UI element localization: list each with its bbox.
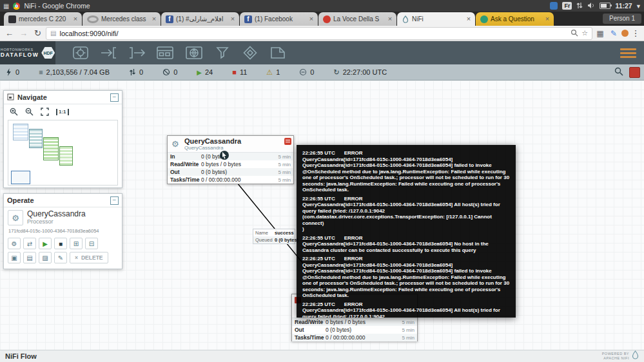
start-button[interactable]: ▶ [39, 238, 52, 249]
chrome-menu-icon[interactable]: ⋮ [630, 28, 641, 38]
stat-value: 0 bytes / 0 bytes [326, 319, 402, 325]
grid-extension-icon[interactable]: ▦ [594, 29, 606, 38]
bulletin-message: ) [302, 226, 510, 233]
connection-label[interactable]: Name success Queued 0 (0 bytes) [253, 229, 295, 244]
brush-button[interactable]: ✎ [54, 252, 67, 263]
bookmark-star-icon[interactable]: ☆ [581, 29, 588, 37]
stat-row: Read/Write 0 bytes / 0 bytes 5 min [292, 318, 417, 326]
upload-template-button[interactable]: ⊟ [85, 238, 98, 249]
birdseye-icon [7, 91, 14, 103]
fill-color-button[interactable]: ▨ [39, 252, 52, 263]
window-title: NiFi - Google Chrome [24, 2, 90, 10]
tab-close-icon[interactable]: × [307, 15, 315, 23]
tab-mercedes-class[interactable]: Mercedes class c × [83, 12, 161, 26]
remote-process-group-component-icon[interactable] [184, 45, 204, 61]
keyboard-layout-indicator[interactable]: Fr [562, 2, 572, 10]
tab-label: NiFi [412, 15, 462, 23]
tab-close-icon[interactable]: × [465, 15, 473, 23]
tab-ask-question[interactable]: Ask a Question × [476, 12, 554, 26]
address-bar[interactable]: ▤ localhost:9090/nifi/ ☆ [46, 27, 592, 40]
orange-extension-icon[interactable] [621, 30, 629, 37]
stat-row: Tasks/Time 0 / 00:00:00.000 5 min [292, 334, 417, 341]
refresh-status[interactable]: ↻ 22:27:00 UTC [333, 68, 387, 76]
funnel-component-icon[interactable] [213, 45, 231, 61]
search-icon[interactable] [614, 67, 623, 77]
paste-button[interactable]: ▤ [23, 252, 36, 263]
delete-button[interactable]: × DELETE [70, 252, 108, 263]
copy-button[interactable]: ▣ [8, 252, 21, 263]
create-template-button[interactable]: ⊞ [70, 238, 83, 249]
bulletin-indicator[interactable] [629, 67, 640, 78]
tab-label: Ask a Question [491, 15, 541, 23]
processor-name: QueryCassandra [184, 138, 291, 145]
tab-close-icon[interactable]: × [229, 15, 237, 23]
birdseye-viewport[interactable] [11, 171, 30, 184]
breadcrumb-bar: NiFi Flow POWERED BY APACHE NIFI [0, 350, 644, 362]
output-port-component-icon[interactable] [128, 45, 146, 61]
tab-facebook-hashtag[interactable]: f (1) #افلام_شارلي × [161, 12, 239, 26]
bulletin-level: ERROR [344, 150, 363, 157]
page-icon: ▤ [50, 30, 56, 37]
tab-nifi[interactable]: NiFi × [397, 12, 475, 26]
bulletin-message: QueryCassandra[id=171fcd84-015c-1000-436… [302, 202, 510, 226]
tab-la-voce[interactable]: La Voce Della S × [318, 12, 396, 26]
input-port-component-icon[interactable] [100, 45, 118, 61]
enable-disable-button[interactable]: ⇄ [23, 238, 36, 249]
processor-component-icon[interactable] [71, 45, 90, 61]
battery-icon[interactable] [600, 3, 610, 9]
pencil-extension-icon[interactable]: ✎ [608, 29, 620, 38]
flow-canvas[interactable]: Navigate − 1:1 [0, 81, 644, 350]
bulletin-time: 22:26:25 UTC [302, 256, 335, 262]
forward-button[interactable]: → [17, 28, 30, 38]
configure-button[interactable]: ⚙ [8, 238, 21, 249]
zoom-out-button[interactable] [25, 108, 34, 116]
bulletin-badge-icon[interactable] [284, 138, 291, 145]
back-button[interactable]: ← [3, 28, 15, 38]
clock[interactable]: 11:27 [615, 2, 632, 10]
operate-title: Operate [7, 196, 107, 204]
global-menu-icon[interactable] [620, 48, 636, 58]
tab-close-icon[interactable]: × [72, 15, 79, 23]
processor-querycassandra[interactable]: ⚙ QueryCassandra QueryCassandra In 0 (0 … [167, 135, 294, 184]
not-transmitting-icon [162, 68, 170, 76]
tab-close-icon[interactable]: × [150, 15, 158, 23]
stat-label: In [170, 153, 201, 160]
birdseye-cluster [13, 124, 28, 140]
refresh-icon[interactable]: ↻ [333, 69, 339, 76]
network-arrows-icon[interactable] [576, 2, 583, 10]
template-component-icon[interactable] [241, 45, 259, 61]
label-component-icon[interactable] [269, 45, 287, 61]
bulletin-time: 22:26:55 UTC [302, 150, 335, 157]
zoom-icon[interactable] [571, 29, 578, 38]
tab-close-icon[interactable]: × [543, 15, 551, 23]
tab-facebook[interactable]: f (1) Facebook × [240, 12, 318, 26]
stat-label: Tasks/Time [170, 176, 201, 183]
zoom-actual-button[interactable]: 1:1 [56, 109, 69, 115]
reload-button[interactable]: ↻ [32, 28, 44, 38]
volume-icon[interactable] [587, 2, 595, 10]
collapse-operate-button[interactable]: − [110, 196, 119, 205]
profile-button[interactable]: Person 1 [603, 14, 641, 24]
tab-label: (1) #افلام_شارلي [176, 15, 226, 23]
stat-value: 0 / 00:00:00.000 [326, 334, 402, 341]
tray-app-icon[interactable] [550, 2, 558, 10]
process-group-component-icon[interactable] [155, 45, 175, 61]
stat-value: 0 bytes / 0 bytes [201, 161, 278, 167]
queued-status: ≡ 2,103,556 / 7.04 GB [39, 68, 110, 76]
launcher-grid-icon[interactable]: ▦ [3, 3, 9, 10]
caret-down-icon[interactable]: ▾ [637, 2, 640, 10]
nifi-drop-icon [632, 350, 639, 362]
collapse-navigate-button[interactable]: − [110, 93, 119, 102]
tab-close-icon[interactable]: × [386, 15, 394, 23]
transmitting-status: 0 [129, 68, 143, 76]
not-transmitting-status: 0 [162, 68, 177, 76]
transmitting-count: 0 [139, 68, 143, 76]
birdseye-map[interactable] [8, 120, 118, 186]
zoom-fit-button[interactable] [41, 108, 49, 116]
tab-mercedes-c220[interactable]: mercedes C 220 × [4, 12, 82, 26]
url-text[interactable]: localhost:9090/nifi/ [59, 30, 567, 37]
zoom-in-button[interactable] [10, 108, 18, 116]
screen: ▦ NiFi - Google Chrome Fr 11:27 ▾ merced… [0, 0, 644, 362]
breadcrumb[interactable]: NiFi Flow [5, 352, 37, 360]
stop-button[interactable]: ■ [54, 238, 67, 249]
